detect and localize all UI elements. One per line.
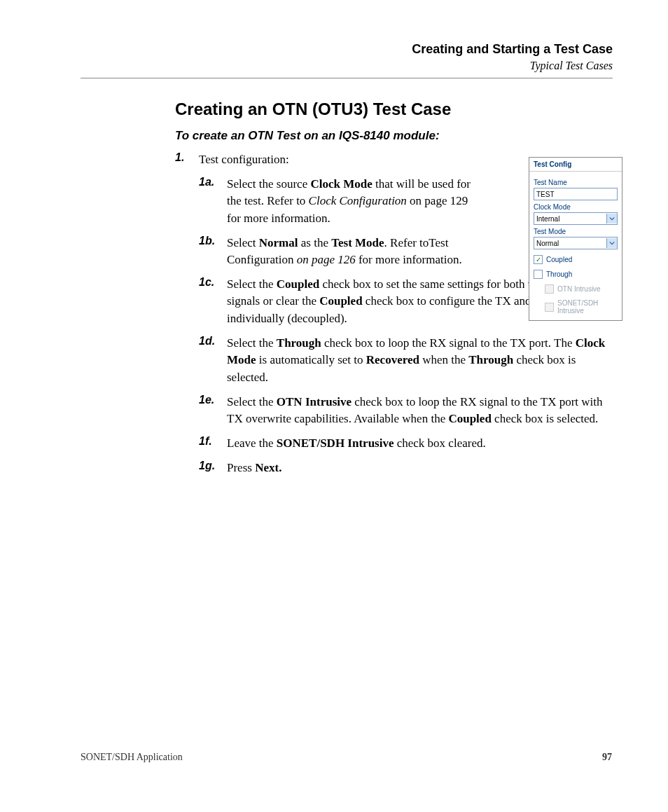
sonet-intrusive-label: SONET/SDH Intrusive — [557, 299, 618, 315]
step-1-text: Test configuration: — [199, 151, 289, 169]
step-1b-number: 1b. — [199, 235, 227, 247]
test-mode-label: Test Mode — [534, 228, 618, 235]
through-label: Through — [546, 270, 572, 278]
step-1e-text: Select the OTN Intrusive check box to lo… — [227, 394, 613, 428]
clock-mode-value: Internal — [536, 215, 559, 223]
header-subtitle: Typical Test Cases — [81, 60, 613, 72]
coupled-label: Coupled — [546, 256, 572, 263]
section-title: Creating an OTN (OTU3) Test Case — [175, 99, 613, 119]
page-footer: SONET/SDH Application 97 — [81, 752, 612, 763]
test-mode-value: Normal — [536, 240, 559, 247]
test-name-value: TEST — [536, 191, 555, 198]
step-1d: 1d. Select the Through check box to loop… — [199, 335, 613, 387]
step-1d-number: 1d. — [199, 335, 227, 347]
panel-title: Test Config — [529, 158, 622, 172]
step-1d-text: Select the Through check box to loop the… — [227, 335, 613, 387]
header-title: Creating and Starting a Test Case — [81, 42, 613, 57]
otn-intrusive-checkbox[interactable] — [545, 284, 554, 294]
clock-mode-label: Clock Mode — [534, 203, 618, 211]
step-1e-number: 1e. — [199, 394, 227, 406]
step-1e: 1e. Select the OTN Intrusive check box t… — [199, 394, 613, 428]
otn-intrusive-label: OTN Intrusive — [557, 285, 601, 293]
chevron-down-icon[interactable] — [606, 214, 617, 223]
step-1f-number: 1f. — [199, 435, 227, 448]
coupled-checkbox[interactable] — [534, 255, 543, 264]
page-number: 97 — [602, 752, 612, 763]
header-rule — [81, 78, 613, 78]
step-1a-text: Select the source Clock Mode that will b… — [227, 176, 479, 228]
section-subtitle: To create an OTN Test on an IQS-8140 mod… — [175, 129, 613, 143]
step-1a-number: 1a. — [199, 176, 227, 188]
test-mode-select[interactable]: Normal — [534, 237, 618, 249]
footer-left: SONET/SDH Application — [81, 752, 183, 763]
step-1f: 1f. Leave the SONET/SDH Intrusive check … — [199, 435, 613, 453]
sonet-intrusive-checkbox[interactable] — [545, 303, 554, 312]
test-config-panel: Test Config Test Name TEST Clock Mode In… — [529, 157, 622, 321]
step-1g: 1g. Press Next. — [199, 460, 613, 477]
test-name-label: Test Name — [534, 179, 618, 186]
step-1f-text: Leave the SONET/SDH Intrusive check box … — [227, 435, 486, 453]
chevron-down-icon[interactable] — [606, 238, 617, 248]
step-1g-number: 1g. — [199, 460, 227, 472]
step-1c-number: 1c. — [199, 276, 227, 289]
clock-mode-select[interactable]: Internal — [534, 212, 618, 225]
through-checkbox[interactable] — [534, 270, 543, 279]
step-1b-text: Select Normal as the Test Mode. Refer to… — [227, 235, 479, 269]
step-1-number: 1. — [175, 151, 199, 164]
step-1g-text: Press Next. — [227, 460, 281, 477]
test-name-input[interactable]: TEST — [534, 188, 618, 200]
